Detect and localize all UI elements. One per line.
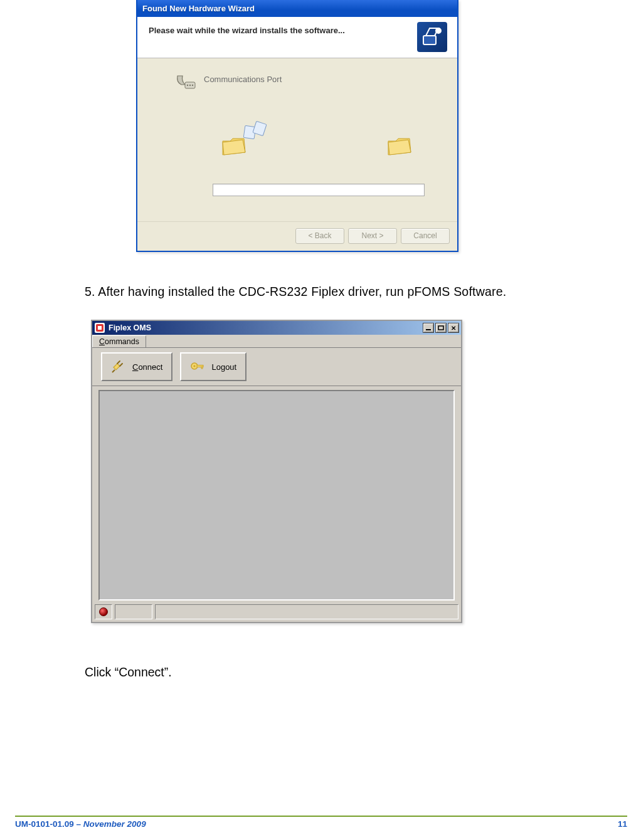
fiplex-oms-window: Fiplex OMS ✕ Commands Connect Logout: [91, 320, 462, 623]
svg-rect-13: [201, 367, 203, 369]
wizard-header: Please wait while the wizard installs th…: [137, 17, 457, 58]
hardware-wizard-window: Found New Hardware Wizard Please wait wh…: [136, 0, 458, 252]
logout-button[interactable]: Logout: [180, 352, 246, 381]
menu-commands-label: ommands: [105, 337, 139, 346]
hardware-icon: [417, 22, 447, 52]
wizard-body: Communications Port: [137, 58, 457, 221]
doc-id: UM-0101-01.09 – November 2009: [15, 819, 146, 829]
svg-point-3: [187, 85, 188, 86]
close-button[interactable]: ✕: [448, 323, 459, 333]
wizard-title: Found New Hardware Wizard: [142, 4, 255, 13]
oms-titlebar: Fiplex OMS ✕: [92, 321, 461, 335]
back-button[interactable]: < Back: [295, 228, 344, 244]
logout-label: Logout: [211, 362, 236, 372]
device-label: Communications Port: [204, 75, 282, 84]
oms-toolbar: Connect Logout: [92, 348, 461, 386]
wizard-titlebar: Found New Hardware Wizard: [137, 0, 457, 17]
progress-bar: [213, 184, 425, 196]
serial-port-icon: [175, 70, 198, 92]
oms-menubar: Commands: [92, 335, 461, 348]
svg-point-5: [192, 85, 193, 86]
svg-point-11: [194, 365, 196, 367]
wizard-footer: < Back Next > Cancel: [137, 221, 457, 249]
status-cell-2: [155, 604, 458, 619]
led-red-icon: [99, 607, 108, 616]
svg-rect-8: [426, 329, 431, 330]
source-folder-icon: [221, 136, 246, 156]
menu-commands[interactable]: Commands: [92, 335, 146, 347]
plug-icon: [111, 359, 126, 375]
svg-rect-7: [98, 326, 102, 330]
app-icon: [95, 323, 105, 333]
page-number: 11: [618, 819, 627, 829]
svg-rect-9: [438, 326, 443, 330]
cancel-button[interactable]: Cancel: [401, 228, 450, 244]
oms-title: Fiplex OMS: [109, 323, 151, 332]
wizard-heading: Please wait while the wizard installs th…: [149, 26, 446, 35]
status-led: [95, 604, 112, 619]
oms-content-area: [98, 390, 455, 601]
connect-button[interactable]: Connect: [101, 352, 172, 381]
maximize-button[interactable]: [435, 323, 447, 333]
status-cell-1: [115, 604, 152, 619]
instruction-click-connect: Click “Connect”.: [85, 665, 172, 680]
svg-point-1: [436, 28, 441, 33]
svg-rect-0: [423, 36, 436, 45]
minimize-button[interactable]: [423, 323, 434, 333]
oms-statusbar: [95, 604, 458, 619]
key-icon: [190, 359, 205, 375]
page-footer: UM-0101-01.09 – November 2009 11: [15, 816, 627, 829]
instruction-step-5: 5. After having installed the CDC-RS232 …: [85, 285, 506, 299]
next-button[interactable]: Next >: [348, 228, 397, 244]
svg-point-4: [189, 85, 191, 86]
destination-folder-icon: [387, 136, 412, 156]
